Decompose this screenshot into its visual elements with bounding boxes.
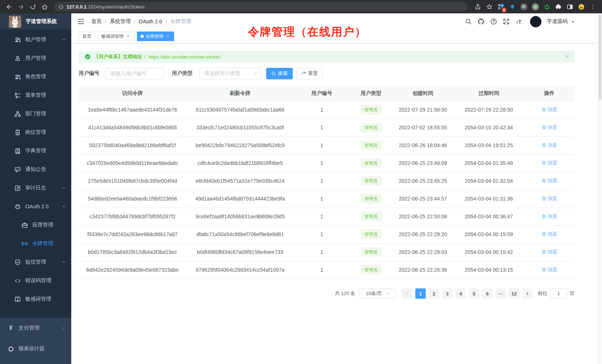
page-button-6[interactable]: 6 [482,288,493,299]
page-size-select[interactable]: 10条/页 [359,288,396,299]
user-type-select[interactable]: 请选择用户类型 [199,68,262,79]
sidebar-item-role[interactable]: 角色管理 [0,67,71,86]
browser-reload-icon[interactable] [27,1,38,12]
sidebar-item-oauth2-token[interactable]: 令牌管理 [0,234,71,253]
page-button-2[interactable]: 2 [429,288,439,299]
extension-green-star-icon[interactable] [543,3,551,11]
fullscreen-icon[interactable] [502,17,511,26]
font-size-icon[interactable]: тT [514,17,523,26]
force-logout-button[interactable]: 强退 [542,267,557,273]
sidebar-collapse-icon[interactable] [77,17,85,26]
force-logout-label: 强退 [547,178,557,184]
sidebar-item-oauth2[interactable]: OAuth 2.0 [0,197,71,216]
share-icon[interactable] [474,3,482,11]
username[interactable]: 芋道源码 [547,18,567,25]
user-icon [14,55,21,62]
sidebar-item-post[interactable]: 岗位管理 [0,123,71,142]
search-button[interactable]: 搜索 [266,68,293,79]
user-id-input[interactable] [105,68,164,79]
breadcrumb-item[interactable]: 系统管理 [110,18,131,25]
tab-close-icon[interactable]: × [125,34,131,39]
more-pages-button[interactable]: ⋯ [495,288,506,299]
table-row: b0d1785bc3a8482f812db4a3f3bd15ecb0df4980… [79,243,575,261]
force-logout-button[interactable]: 强退 [542,231,557,238]
prev-page-button[interactable] [402,288,412,299]
browser-forward-icon[interactable] [16,1,26,12]
trash-icon [542,249,546,254]
page-scrollbar[interactable] [597,13,602,364]
force-logout-button[interactable]: 强退 [542,124,557,131]
sidebar-item-sensitive-word[interactable]: 敏感词管理 [0,290,71,308]
help-icon[interactable] [489,17,498,26]
sidebar-item-tenant[interactable]: 租户管理 [0,30,71,49]
page-button-12[interactable]: 12 [509,288,519,299]
sidebar-item-label: 部门管理 [25,110,46,117]
doc-alert: 【用户体系】文档地址： https://doc.iocoder.cn/user-… [79,51,575,63]
force-logout-button[interactable]: 强退 [542,178,557,184]
browser-back-icon[interactable] [4,1,14,12]
page-button-1[interactable]: 1 [415,288,426,299]
extension-grid-diamond-icon[interactable]: 9 [497,3,505,11]
sidebar-item-report-designer[interactable]: 报表设计器 [0,338,71,359]
force-logout-button[interactable]: 强退 [542,106,557,113]
trash-icon [542,232,546,236]
alert-doc-link[interactable]: https://doc.iocoder.cn/user-center/ [148,54,221,60]
chevron-down-icon [62,326,66,330]
navbar-actions: тT 芋道源码 ▾ [464,16,574,27]
sidebar-item-dict[interactable]: 字典管理 [0,142,71,160]
goto-page-input[interactable] [550,288,567,299]
tab-item[interactable]: 敏感词管理× [98,32,134,41]
next-page-button[interactable] [522,288,533,299]
reset-button[interactable]: 重置 [297,68,323,79]
page-button-5[interactable]: 5 [469,288,479,299]
bookmark-star-icon[interactable] [485,3,493,11]
sidebar-item-audit-log[interactable]: 审计日志 [0,179,71,197]
github-icon[interactable] [477,17,485,26]
sidebar-item-oauth2-app[interactable]: 应用管理 [0,216,71,234]
user-avatar[interactable] [530,16,542,27]
force-logout-button[interactable]: 强退 [542,213,557,220]
sidebar-item-sms[interactable]: 短信管理 [0,253,71,271]
chevron-down-icon [62,186,66,190]
pagination-total: 共 120 条 [335,290,355,297]
expire-time-cell: 2054-03-04 19:51:25 [454,136,524,154]
split-screen-icon[interactable] [566,3,574,11]
force-logout-button[interactable]: 强退 [542,249,557,255]
site-info-icon[interactable] [59,4,63,9]
force-logout-button[interactable]: 强退 [542,160,557,166]
sidebar-item-dept[interactable]: 部门管理 [0,105,71,123]
breadcrumb-item[interactable]: OAuth 2.0 [139,19,162,24]
extensions-puzzle-icon[interactable] [554,3,562,11]
search-icon[interactable] [464,17,473,26]
sidebar-item-pay[interactable]: ¥支付管理 [0,318,71,338]
page-button-3[interactable]: 3 [442,288,452,299]
browser-menu-icon[interactable]: ⋮ [589,3,597,11]
trash-icon [542,196,546,201]
address-bar[interactable]: 127.0.0.1:1024/system/oauth2/token [54,2,468,11]
force-logout-button[interactable]: 强退 [542,142,557,149]
app-title: 芋道管理系统 [26,18,57,25]
tab-close-icon[interactable]: × [165,34,170,39]
refresh-token-cell: 9ce8ef2aa9f14056b831ae9b608e28d5 [186,208,294,225]
extension-recorder-icon[interactable] [531,3,539,11]
sidebar-item-user[interactable]: 用户管理 [0,49,71,67]
sidebar-item-menu[interactable]: 菜单管理 [0,86,71,105]
extension-gem-icon[interactable] [508,3,516,11]
force-logout-button[interactable]: 强退 [542,195,557,202]
tab-active[interactable]: 令牌管理× [137,32,174,41]
app-logo[interactable]: 芋道管理系统 [0,13,71,30]
profile-emoji-avatar[interactable] [577,3,585,11]
page-button-4[interactable]: 4 [455,288,466,299]
extension-command-icon[interactable]: ⌘ [520,3,528,11]
sidebar-item-notice[interactable]: 通知公告 [0,160,71,179]
sidebar-item-error-code[interactable]: 错误码管理 [0,271,71,290]
breadcrumb-item[interactable]: 首页 [91,18,102,25]
access-token-cell: 502375b8040a469a9b82188afdf6af1f [79,136,186,154]
scrollbar-thumb[interactable] [599,14,601,100]
access-token-cell: 54d6be82ee5a460a9aedc1f9bf223656 [79,190,186,208]
users-icon [14,36,21,43]
user-caret-down-icon[interactable]: ▾ [572,20,574,24]
tab-item[interactable]: 首页 [79,32,95,41]
browser-home-icon[interactable] [39,1,50,12]
alert-close-icon[interactable]: ✕ [565,53,569,60]
